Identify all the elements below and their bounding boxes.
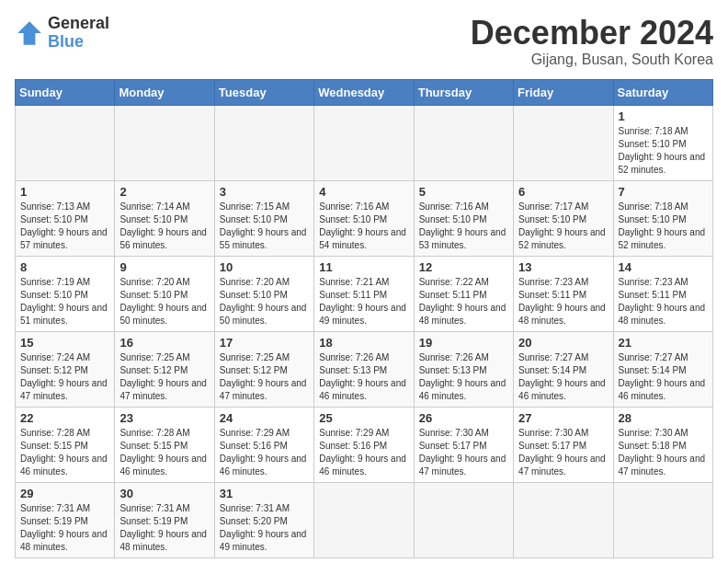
calendar-day-cell: [613, 482, 712, 557]
calendar-week-row: 22 Sunrise: 7:28 AM Sunset: 5:15 PM Dayl…: [16, 407, 713, 482]
calendar-day-cell: 12 Sunrise: 7:22 AM Sunset: 5:11 PM Dayl…: [414, 256, 513, 331]
day-number: 16: [119, 336, 209, 350]
location: Gijang, Busan, South Korea: [471, 52, 713, 68]
calendar-day-cell: 8 Sunrise: 7:19 AM Sunset: 5:10 PM Dayli…: [16, 256, 115, 331]
calendar-day-cell: 19 Sunrise: 7:26 AM Sunset: 5:13 PM Dayl…: [414, 331, 513, 407]
day-number: 15: [20, 336, 109, 350]
calendar-day-cell: [314, 105, 414, 180]
day-number: 1: [20, 185, 109, 199]
day-info: Sunrise: 7:28 AM Sunset: 5:15 PM Dayligh…: [20, 427, 109, 478]
day-number: 18: [319, 336, 408, 350]
day-info: Sunrise: 7:30 AM Sunset: 5:18 PM Dayligh…: [619, 427, 708, 478]
day-info: Sunrise: 7:27 AM Sunset: 5:14 PM Dayligh…: [619, 351, 708, 403]
logo-text: General Blue: [48, 15, 109, 52]
calendar-day-cell: [214, 105, 313, 180]
day-number: 17: [220, 336, 309, 350]
calendar-day-cell: 13 Sunrise: 7:23 AM Sunset: 5:11 PM Dayl…: [514, 256, 613, 331]
calendar-week-row: 29 Sunrise: 7:31 AM Sunset: 5:19 PM Dayl…: [16, 482, 713, 557]
calendar-day-cell: 9 Sunrise: 7:20 AM Sunset: 5:10 PM Dayli…: [115, 256, 214, 331]
calendar-day-cell: 18 Sunrise: 7:26 AM Sunset: 5:13 PM Dayl…: [314, 331, 414, 407]
day-number: 7: [619, 185, 708, 199]
calendar-day-cell: [16, 105, 115, 180]
title-section: December 2024 Gijang, Busan, South Korea: [471, 15, 713, 68]
calendar-day-cell: [514, 105, 613, 180]
day-info: Sunrise: 7:26 AM Sunset: 5:13 PM Dayligh…: [319, 351, 408, 403]
day-number: 30: [119, 487, 209, 500]
day-info: Sunrise: 7:31 AM Sunset: 5:19 PM Dayligh…: [20, 502, 109, 554]
calendar-week-row: 15 Sunrise: 7:24 AM Sunset: 5:12 PM Dayl…: [16, 331, 713, 407]
day-info: Sunrise: 7:28 AM Sunset: 5:15 PM Dayligh…: [119, 427, 209, 478]
calendar-day-cell: 26 Sunrise: 7:30 AM Sunset: 5:17 PM Dayl…: [414, 407, 513, 482]
day-info: Sunrise: 7:27 AM Sunset: 5:14 PM Dayligh…: [518, 351, 608, 403]
calendar-day-cell: 29 Sunrise: 7:31 AM Sunset: 5:19 PM Dayl…: [16, 482, 115, 557]
calendar-day-cell: 21 Sunrise: 7:27 AM Sunset: 5:14 PM Dayl…: [613, 331, 712, 407]
day-info: Sunrise: 7:18 AM Sunset: 5:10 PM Dayligh…: [619, 125, 708, 177]
day-info: Sunrise: 7:21 AM Sunset: 5:11 PM Dayligh…: [319, 276, 408, 327]
day-of-week-header: Thursday: [414, 79, 513, 105]
day-number: 28: [619, 411, 708, 425]
day-info: Sunrise: 7:18 AM Sunset: 5:10 PM Dayligh…: [619, 201, 708, 252]
calendar-day-cell: 24 Sunrise: 7:29 AM Sunset: 5:16 PM Dayl…: [214, 407, 313, 482]
day-info: Sunrise: 7:24 AM Sunset: 5:12 PM Dayligh…: [20, 351, 109, 403]
logo: General Blue: [15, 15, 109, 52]
day-info: Sunrise: 7:17 AM Sunset: 5:10 PM Dayligh…: [518, 201, 608, 252]
calendar-day-cell: 6 Sunrise: 7:17 AM Sunset: 5:10 PM Dayli…: [514, 180, 613, 256]
calendar-day-cell: 7 Sunrise: 7:18 AM Sunset: 5:10 PM Dayli…: [613, 180, 712, 256]
calendar-day-cell: 23 Sunrise: 7:28 AM Sunset: 5:15 PM Dayl…: [115, 407, 214, 482]
day-info: Sunrise: 7:29 AM Sunset: 5:16 PM Dayligh…: [220, 427, 309, 478]
day-number: 23: [119, 411, 209, 425]
day-info: Sunrise: 7:25 AM Sunset: 5:12 PM Dayligh…: [220, 351, 309, 403]
day-info: Sunrise: 7:25 AM Sunset: 5:12 PM Dayligh…: [119, 351, 209, 403]
calendar-day-cell: 1 Sunrise: 7:13 AM Sunset: 5:10 PM Dayli…: [16, 180, 115, 256]
day-number: 19: [419, 336, 508, 350]
calendar-day-cell: 5 Sunrise: 7:16 AM Sunset: 5:10 PM Dayli…: [414, 180, 513, 256]
day-number: 1: [619, 109, 708, 123]
day-info: Sunrise: 7:19 AM Sunset: 5:10 PM Dayligh…: [20, 276, 109, 327]
calendar-week-row: 1 Sunrise: 7:18 AM Sunset: 5:10 PM Dayli…: [16, 105, 713, 180]
calendar-day-cell: 20 Sunrise: 7:27 AM Sunset: 5:14 PM Dayl…: [514, 331, 613, 407]
day-of-week-header: Friday: [514, 79, 613, 105]
day-number: 13: [518, 260, 608, 274]
day-info: Sunrise: 7:15 AM Sunset: 5:10 PM Dayligh…: [220, 201, 309, 252]
day-number: 6: [518, 185, 608, 199]
day-info: Sunrise: 7:30 AM Sunset: 5:17 PM Dayligh…: [419, 427, 508, 478]
logo-icon: [15, 18, 44, 48]
calendar-week-row: 8 Sunrise: 7:19 AM Sunset: 5:10 PM Dayli…: [16, 256, 713, 331]
calendar-day-cell: 2 Sunrise: 7:14 AM Sunset: 5:10 PM Dayli…: [115, 180, 214, 256]
calendar-day-cell: 4 Sunrise: 7:16 AM Sunset: 5:10 PM Dayli…: [314, 180, 414, 256]
day-of-week-header: Sunday: [16, 79, 115, 105]
day-info: Sunrise: 7:20 AM Sunset: 5:10 PM Dayligh…: [220, 276, 309, 327]
calendar-table: SundayMondayTuesdayWednesdayThursdayFrid…: [15, 79, 713, 558]
calendar-day-cell: 25 Sunrise: 7:29 AM Sunset: 5:16 PM Dayl…: [314, 407, 414, 482]
calendar-day-cell: [115, 105, 214, 180]
day-number: 25: [319, 411, 408, 425]
calendar-day-cell: 16 Sunrise: 7:25 AM Sunset: 5:12 PM Dayl…: [115, 331, 214, 407]
day-of-week-header: Tuesday: [214, 79, 313, 105]
page-header: General Blue December 2024 Gijang, Busan…: [15, 15, 713, 68]
day-of-week-header: Monday: [115, 79, 214, 105]
day-info: Sunrise: 7:31 AM Sunset: 5:20 PM Dayligh…: [220, 502, 309, 554]
day-number: 27: [518, 411, 608, 425]
day-info: Sunrise: 7:13 AM Sunset: 5:10 PM Dayligh…: [20, 201, 109, 252]
day-number: 14: [619, 260, 708, 274]
calendar-day-cell: 14 Sunrise: 7:23 AM Sunset: 5:11 PM Dayl…: [613, 256, 712, 331]
calendar-day-cell: 27 Sunrise: 7:30 AM Sunset: 5:17 PM Dayl…: [514, 407, 613, 482]
calendar-day-cell: 22 Sunrise: 7:28 AM Sunset: 5:15 PM Dayl…: [16, 407, 115, 482]
day-info: Sunrise: 7:31 AM Sunset: 5:19 PM Dayligh…: [119, 502, 209, 554]
day-of-week-header: Saturday: [613, 79, 712, 105]
logo-blue: Blue: [48, 33, 109, 52]
logo-general: General: [48, 15, 109, 33]
day-number: 29: [20, 487, 109, 500]
day-number: 22: [20, 411, 109, 425]
calendar-day-cell: [414, 482, 513, 557]
calendar-day-cell: 31 Sunrise: 7:31 AM Sunset: 5:20 PM Dayl…: [214, 482, 313, 557]
calendar-day-cell: 17 Sunrise: 7:25 AM Sunset: 5:12 PM Dayl…: [214, 331, 313, 407]
day-of-week-header: Wednesday: [314, 79, 414, 105]
day-number: 10: [220, 260, 309, 274]
day-info: Sunrise: 7:23 AM Sunset: 5:11 PM Dayligh…: [518, 276, 608, 327]
day-number: 3: [220, 185, 309, 199]
day-number: 24: [220, 411, 309, 425]
day-info: Sunrise: 7:20 AM Sunset: 5:10 PM Dayligh…: [119, 276, 209, 327]
calendar-week-row: 1 Sunrise: 7:13 AM Sunset: 5:10 PM Dayli…: [16, 180, 713, 256]
day-info: Sunrise: 7:30 AM Sunset: 5:17 PM Dayligh…: [518, 427, 608, 478]
